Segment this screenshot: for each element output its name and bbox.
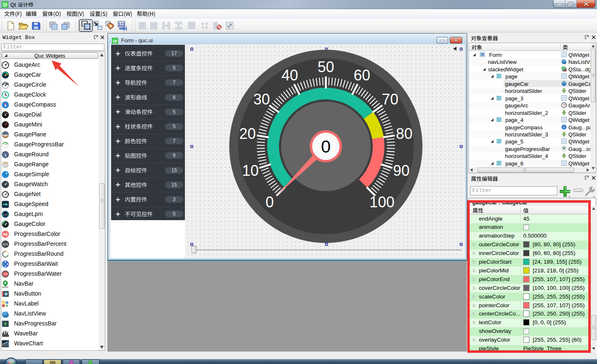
- svg-text:60: 60: [354, 67, 370, 84]
- svg-text:70: 70: [382, 91, 398, 108]
- svg-text:100: 100: [369, 194, 394, 211]
- svg-text:40: 40: [282, 67, 298, 84]
- svg-text:Qt: Qt: [2, 2, 7, 7]
- svg-text:10: 10: [242, 162, 259, 179]
- svg-text:50%: 50%: [3, 243, 8, 246]
- svg-text:30: 30: [253, 91, 270, 108]
- svg-text:0: 0: [266, 194, 274, 211]
- svg-text:90: 90: [393, 162, 410, 179]
- svg-text:50: 50: [318, 58, 334, 75]
- svg-text:123: 123: [118, 22, 125, 27]
- svg-text:20: 20: [239, 125, 256, 142]
- svg-text:2.27: 2.27: [3, 214, 7, 216]
- svg-text:74%: 74%: [3, 273, 8, 275]
- svg-text:80: 80: [396, 125, 413, 142]
- svg-text:0: 0: [321, 137, 330, 156]
- svg-text:Qt: Qt: [113, 39, 117, 43]
